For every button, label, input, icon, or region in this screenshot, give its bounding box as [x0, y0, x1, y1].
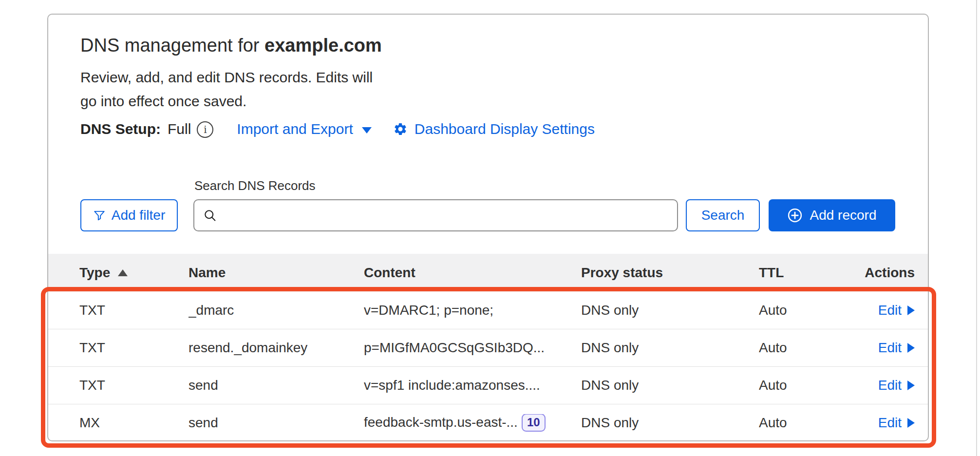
- dns-management-card: DNS management for example.com Review, a…: [47, 14, 929, 441]
- search-button-label: Search: [701, 208, 745, 223]
- sort-asc-icon: [118, 269, 128, 276]
- edit-record-link[interactable]: Edit: [878, 303, 915, 318]
- record-actions-cell: Edit: [856, 378, 915, 393]
- chevron-down-icon: [362, 127, 372, 133]
- record-ttl-cell: Auto: [759, 340, 856, 356]
- add-record-button[interactable]: Add record: [769, 199, 895, 231]
- record-actions-cell: Edit: [856, 340, 915, 356]
- edit-label: Edit: [878, 340, 902, 356]
- toolbar-row: Add filter Search Add record: [80, 199, 897, 231]
- column-header-type-label: Type: [79, 265, 110, 281]
- record-name-cell: _dmarc: [188, 303, 364, 318]
- table-row: MX send feedback-smtp.us-east-...10 DNS …: [48, 404, 928, 441]
- column-header-ttl: TTL: [759, 265, 856, 281]
- domain-name: example.com: [264, 35, 382, 56]
- record-actions-cell: Edit: [856, 415, 915, 431]
- edit-label: Edit: [878, 303, 902, 318]
- record-content-text: p=MIGfMA0GCSqGSIb3DQ...: [364, 340, 545, 355]
- search-button[interactable]: Search: [686, 199, 760, 231]
- search-box: [193, 199, 678, 231]
- filter-funnel-icon: [93, 209, 106, 222]
- page-subtitle: Review, add, and edit DNS records. Edits…: [80, 65, 897, 113]
- dns-setup-label: DNS Setup:: [80, 121, 161, 137]
- page-title: DNS management for example.com: [80, 34, 897, 57]
- dns-table-body: TXT _dmarc v=DMARC1; p=none; DNS only Au…: [48, 292, 928, 441]
- record-content-cell: feedback-smtp.us-east-...10: [364, 414, 581, 432]
- import-export-link[interactable]: Import and Export: [237, 121, 371, 137]
- page-title-prefix: DNS management for: [80, 35, 264, 56]
- edit-label: Edit: [878, 415, 902, 431]
- record-content-cell: v=spf1 include:amazonses....: [364, 378, 581, 393]
- dns-setup-row: DNS Setup: Full i Import and Export Dash…: [80, 121, 897, 137]
- table-header-row: Type Name Content Proxy status TTL Actio…: [48, 254, 928, 292]
- import-export-label: Import and Export: [237, 121, 353, 137]
- table-row: TXT send v=spf1 include:amazonses.... DN…: [48, 366, 928, 404]
- record-ttl-cell: Auto: [759, 415, 856, 431]
- record-name-cell: resend._domainkey: [188, 340, 364, 356]
- record-proxy-status-cell: DNS only: [581, 378, 759, 393]
- chevron-right-icon: [907, 343, 915, 353]
- chevron-right-icon: [907, 418, 915, 428]
- edit-record-link[interactable]: Edit: [878, 415, 915, 431]
- column-header-type[interactable]: Type: [79, 265, 188, 281]
- search-dns-records-label: Search DNS Records: [194, 178, 897, 193]
- record-proxy-status-cell: DNS only: [581, 303, 759, 318]
- column-header-content: Content: [364, 265, 581, 281]
- card-header-section: DNS management for example.com Review, a…: [48, 15, 928, 231]
- dns-records-table: Type Name Content Proxy status TTL Actio…: [48, 254, 928, 441]
- record-ttl-cell: Auto: [759, 378, 856, 393]
- add-record-label: Add record: [810, 208, 877, 223]
- record-ttl-cell: Auto: [759, 303, 856, 318]
- edit-record-link[interactable]: Edit: [878, 340, 915, 356]
- record-actions-cell: Edit: [856, 303, 915, 318]
- chevron-right-icon: [907, 305, 915, 315]
- dashboard-display-settings-link[interactable]: Dashboard Display Settings: [393, 121, 595, 137]
- record-content-text: feedback-smtp.us-east-...: [364, 415, 518, 430]
- record-type-cell: MX: [79, 415, 188, 431]
- edit-label: Edit: [878, 378, 902, 393]
- record-type-cell: TXT: [79, 378, 188, 393]
- priority-badge: 10: [522, 414, 546, 432]
- record-name-cell: send: [188, 378, 364, 393]
- viewport-edge-line: [976, 0, 977, 456]
- record-content-cell: v=DMARC1; p=none;: [364, 303, 581, 318]
- record-proxy-status-cell: DNS only: [581, 415, 759, 431]
- dashboard-display-settings-label: Dashboard Display Settings: [415, 121, 595, 137]
- dns-setup-value: Full: [168, 121, 191, 137]
- column-header-name: Name: [188, 265, 364, 281]
- column-header-actions: Actions: [856, 265, 915, 281]
- info-icon[interactable]: i: [197, 121, 213, 138]
- record-proxy-status-cell: DNS only: [581, 340, 759, 356]
- chevron-right-icon: [907, 380, 915, 390]
- subtitle-line-2: go into effect once saved.: [80, 89, 897, 113]
- record-content-text: v=DMARC1; p=none;: [364, 303, 493, 318]
- record-name-cell: send: [188, 415, 364, 431]
- plus-circle-icon: [788, 208, 802, 223]
- column-header-proxy-status: Proxy status: [581, 265, 759, 281]
- record-content-text: v=spf1 include:amazonses....: [364, 378, 540, 393]
- add-filter-button[interactable]: Add filter: [80, 199, 178, 231]
- add-filter-label: Add filter: [112, 208, 166, 223]
- record-type-cell: TXT: [79, 340, 188, 356]
- table-row: TXT resend._domainkey p=MIGfMA0GCSqGSIb3…: [48, 329, 928, 366]
- table-row: TXT _dmarc v=DMARC1; p=none; DNS only Au…: [48, 292, 928, 329]
- subtitle-line-1: Review, add, and edit DNS records. Edits…: [80, 65, 897, 89]
- search-input[interactable]: [193, 199, 678, 231]
- record-content-cell: p=MIGfMA0GCSqGSIb3DQ...: [364, 340, 581, 356]
- record-type-cell: TXT: [79, 303, 188, 318]
- gear-icon: [393, 122, 408, 136]
- edit-record-link[interactable]: Edit: [878, 378, 915, 393]
